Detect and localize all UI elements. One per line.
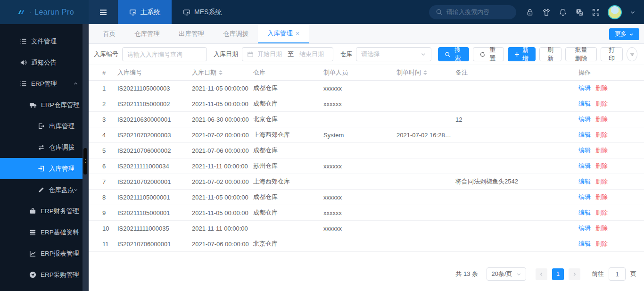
delete-link[interactable]: 删除	[595, 240, 608, 248]
sidebar-item[interactable]: ERP仓库管理	[0, 94, 89, 116]
cell-code: IS20210706000002	[117, 147, 192, 154]
cell-creator: xxxxxx	[323, 194, 396, 201]
tab-close-icon[interactable]: ×	[296, 30, 299, 37]
sidebar-item[interactable]: 仓库盘点	[0, 179, 89, 200]
user-chevron-down-icon[interactable]	[630, 9, 636, 15]
system-tab[interactable]: MES系统	[172, 0, 233, 24]
tshirt-icon[interactable]	[542, 8, 551, 17]
edit-link[interactable]: 编辑	[578, 115, 591, 124]
column-header: 仓库	[253, 68, 323, 77]
column-header[interactable]: 制单时间	[396, 68, 455, 77]
user-avatar[interactable]	[608, 5, 622, 19]
sort-icon[interactable]	[219, 70, 223, 75]
delete-link[interactable]: 删除	[595, 193, 608, 201]
hamburger-icon	[99, 8, 108, 17]
warehouse-select[interactable]: 请选择	[356, 47, 431, 61]
date-start-placeholder[interactable]: 开始日期	[257, 50, 282, 58]
sidebar-item[interactable]: 出库管理	[0, 116, 89, 137]
prev-page-button[interactable]	[536, 268, 547, 280]
date-end-placeholder[interactable]: 结束日期	[299, 50, 324, 58]
fullscreen-icon[interactable]	[592, 8, 600, 17]
delete-link[interactable]: 删除	[595, 146, 608, 155]
cell-seq: 6	[102, 163, 117, 170]
chevron-down-icon	[73, 208, 78, 214]
sidebar-item[interactable]: 仓库调拨	[0, 137, 89, 158]
sidebar-item[interactable]: ERP采购管理	[0, 264, 89, 285]
edit-link[interactable]: 编辑	[578, 224, 591, 233]
delete-link[interactable]: 删除	[595, 162, 608, 170]
table-header: #入库编号入库日期仓库制单人员制单时间备注操作	[89, 65, 644, 81]
goto-label: 前往	[592, 270, 604, 278]
cell-remark: 12	[455, 116, 578, 123]
sort-icon[interactable]	[423, 70, 427, 75]
delete-link[interactable]: 删除	[595, 224, 608, 233]
delete-link[interactable]: 删除	[595, 115, 608, 124]
lock-icon[interactable]	[526, 8, 534, 17]
sidebar-scrollbar-thumb[interactable]: ⋮	[83, 148, 87, 175]
page-size-select[interactable]: 20条/页	[487, 267, 526, 281]
column-header-label: #	[102, 69, 106, 76]
delete-link[interactable]: 删除	[595, 131, 608, 139]
cell-actions: 编辑删除	[578, 162, 633, 170]
cell-seq: 8	[102, 194, 117, 201]
sidebar-item[interactable]: 通知公告	[0, 52, 89, 73]
page-tab[interactable]: 首页	[93, 24, 125, 43]
global-search[interactable]: 请输入搜索内容	[429, 5, 516, 19]
hamburger-menu-button[interactable]	[89, 0, 118, 24]
edit-link[interactable]: 编辑	[578, 146, 591, 155]
refresh-button[interactable]: 刷新	[539, 47, 561, 61]
search-placeholder: 请输入搜索内容	[446, 8, 489, 17]
cell-creator: xxxxxx	[323, 209, 396, 216]
delete-link[interactable]: 删除	[595, 177, 608, 186]
edit-link[interactable]: 编辑	[578, 131, 591, 139]
more-button[interactable]: 更多	[609, 28, 639, 40]
cell-actions: 编辑删除	[578, 100, 633, 108]
page-tab[interactable]: 仓库管理	[125, 24, 169, 43]
translate-icon[interactable]	[575, 8, 584, 17]
goto-page-input[interactable]	[609, 267, 626, 281]
sidebar-item[interactable]: ERP基础资料	[0, 222, 89, 243]
sidebar-item[interactable]: ERP财务管理	[0, 200, 89, 222]
delete-link[interactable]: 删除	[595, 100, 608, 108]
page-tab[interactable]: 仓库调拨	[214, 24, 258, 43]
column-header-label: 仓库	[253, 68, 265, 77]
edit-link[interactable]: 编辑	[578, 193, 591, 201]
table-row: 7IS202107020000012021-07-02 00:00:00上海西郊…	[89, 174, 644, 190]
edit-link[interactable]: 编辑	[578, 177, 591, 186]
app-window: · Learun Pro 主系统MES系统 请输入搜索内容 文件管理通知公告ER…	[0, 0, 644, 291]
column-filter-button[interactable]	[627, 47, 637, 61]
edit-link[interactable]: 编辑	[578, 84, 591, 92]
delete-link[interactable]: 删除	[595, 84, 608, 92]
sidebar-item[interactable]: ERP管理	[0, 73, 89, 94]
edit-link[interactable]: 编辑	[578, 208, 591, 217]
cell-date: 2021-11-11 00:00:00	[192, 225, 253, 232]
next-page-button[interactable]	[569, 268, 580, 280]
search-icon	[445, 51, 451, 58]
brand-logo[interactable]: · Learun Pro	[0, 0, 89, 24]
cell-date: 2021-11-05 00:00:00	[192, 209, 253, 216]
bell-icon[interactable]	[559, 8, 567, 17]
edit-link[interactable]: 编辑	[578, 240, 591, 248]
topbar-user	[605, 0, 644, 24]
page-number-button[interactable]: 1	[552, 268, 564, 280]
column-header[interactable]: 入库日期	[192, 68, 253, 77]
cell-seq: 1	[102, 85, 117, 92]
print-button[interactable]: 打印	[601, 47, 623, 61]
delete-link[interactable]: 删除	[595, 208, 608, 217]
reset-button[interactable]: 重置	[473, 47, 504, 61]
cell-code: IS20210706000001	[117, 241, 192, 248]
sidebar-item[interactable]: ERP报表管理	[0, 243, 89, 264]
page-tab[interactable]: 入库管理×	[258, 24, 309, 43]
search-button[interactable]: 搜索	[438, 47, 469, 61]
cell-code: IS20211111000034	[117, 163, 192, 170]
page-tab[interactable]: 出库管理	[169, 24, 214, 43]
system-tab[interactable]: 主系统	[118, 0, 172, 24]
batch-delete-button[interactable]: 批量删除	[565, 47, 597, 61]
edit-link[interactable]: 编辑	[578, 162, 591, 170]
edit-link[interactable]: 编辑	[578, 100, 591, 108]
sidebar-item[interactable]: 文件管理	[0, 31, 89, 52]
sidebar-item[interactable]: 入库管理	[0, 158, 89, 179]
date-range-picker[interactable]: 开始日期 至 结束日期	[242, 47, 333, 61]
add-button[interactable]: 新增	[508, 47, 536, 61]
code-filter-input[interactable]	[122, 47, 207, 61]
